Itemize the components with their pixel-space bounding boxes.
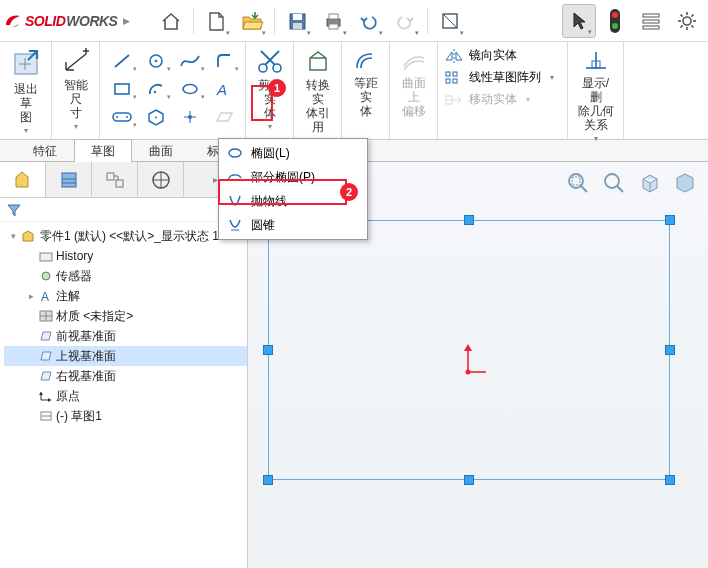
plane-handle[interactable]	[464, 475, 474, 485]
tab-sketch[interactable]: 草图	[74, 139, 132, 162]
tab-features[interactable]: 特征	[16, 139, 74, 162]
svg-point-27	[153, 91, 155, 93]
settings-gear-button[interactable]	[670, 4, 704, 38]
svg-rect-1	[293, 14, 302, 20]
fillet-tool[interactable]: ▾	[208, 48, 240, 74]
line-tool[interactable]: ▾	[106, 48, 138, 74]
new-button[interactable]: ▾	[199, 4, 233, 38]
svg-point-31	[116, 116, 118, 118]
offset-button[interactable]: 等距实 体	[346, 46, 385, 120]
select-tool-button[interactable]: ▾	[562, 4, 596, 38]
onsurface-offset-button: 曲面上 偏移	[394, 46, 433, 120]
app-menu-caret-icon[interactable]: ▶	[123, 16, 130, 26]
svg-rect-42	[446, 79, 450, 83]
plane-handle[interactable]	[665, 215, 675, 225]
svg-point-8	[612, 12, 618, 18]
svg-rect-10	[643, 14, 659, 17]
callout-badge-2: 2	[340, 183, 358, 201]
ds-logo-icon	[4, 12, 22, 30]
svg-point-66	[569, 174, 583, 188]
view-orient-icon[interactable]	[634, 168, 666, 196]
plane-handle[interactable]	[263, 345, 273, 355]
ellipse-tool[interactable]: ▾	[174, 76, 206, 102]
circle-tool[interactable]: ▾	[140, 48, 172, 74]
app-logo: SOLID WORKS	[4, 12, 117, 30]
arc-tool[interactable]: ▾	[140, 76, 172, 102]
point-tool[interactable]	[174, 104, 206, 130]
convert-button[interactable]: 转换实 体引用▾	[298, 46, 337, 147]
open-button[interactable]: ▾	[235, 4, 269, 38]
tree-history[interactable]: History	[4, 246, 247, 266]
fm-tab-property[interactable]	[46, 162, 92, 197]
ribbon: 退出草 图 ▾ 智能尺 寸 ▾ ▾ ▾ ▾ ▾ ▾ ▾ ▾ A ▾ 剪裁实 体	[0, 42, 708, 140]
svg-point-28	[183, 85, 197, 94]
show-relations-button[interactable]: 显示/删 除几何 关系▾	[572, 46, 619, 145]
print-button[interactable]: ▾	[316, 4, 350, 38]
svg-point-25	[154, 60, 157, 63]
quick-access-toolbar: ▾ ▾ ▾ ▾ ▾ ▾ ▾	[154, 4, 467, 38]
zoom-area-icon[interactable]	[598, 168, 630, 196]
tree-material[interactable]: 材质 <未指定>	[4, 306, 247, 326]
svg-rect-52	[116, 180, 123, 187]
filter-icon[interactable]	[6, 202, 22, 218]
svg-text:A: A	[41, 290, 49, 303]
svg-line-23	[115, 55, 129, 67]
menu-ellipse[interactable]: 椭圆(L)	[219, 141, 367, 165]
svg-rect-5	[329, 24, 338, 29]
tree-sensor[interactable]: 传感器	[4, 266, 247, 286]
plane-tool[interactable]	[208, 104, 240, 130]
view-toolbar	[562, 168, 702, 196]
svg-rect-56	[40, 253, 52, 261]
callout-badge-1: 1	[268, 79, 286, 97]
plane-handle[interactable]	[464, 215, 474, 225]
slot-tool[interactable]: ▾	[106, 104, 138, 130]
svg-line-70	[617, 186, 623, 192]
svg-point-9	[612, 23, 618, 29]
svg-point-74	[229, 149, 241, 157]
svg-line-18	[681, 14, 683, 16]
tree-top-plane[interactable]: 上视基准面	[4, 346, 247, 366]
svg-rect-12	[643, 26, 659, 29]
traffic-light-icon[interactable]	[598, 4, 632, 38]
tree-origin[interactable]: 原点	[4, 386, 247, 406]
undo-button[interactable]: ▾	[352, 4, 386, 38]
mirror-button[interactable]: 镜向实体	[440, 46, 565, 65]
sketch-tools-grid: ▾ ▾ ▾ ▾ ▾ ▾ ▾ A ▾	[106, 48, 240, 130]
text-tool[interactable]: A	[208, 76, 240, 102]
options-list-button[interactable]	[634, 4, 668, 38]
polygon-tool[interactable]	[140, 104, 172, 130]
tree-right-plane[interactable]: 右视基准面	[4, 366, 247, 386]
home-button[interactable]	[154, 4, 188, 38]
plane-handle[interactable]	[263, 475, 273, 485]
title-bar: SOLID WORKS ▶ ▾ ▾ ▾ ▾ ▾ ▾ ▾ ▾	[0, 0, 708, 42]
tree-front-plane[interactable]: 前视基准面	[4, 326, 247, 346]
plane-handle[interactable]	[665, 475, 675, 485]
menu-cone[interactable]: 圆锥	[219, 213, 367, 237]
feature-manager-pane: ▸ ▾零件1 (默认) <<默认>_显示状态 1> History 传感器 ▸A…	[0, 162, 248, 568]
fm-tab-config[interactable]	[92, 162, 138, 197]
tree-root[interactable]: ▾零件1 (默认) <<默认>_显示状态 1>	[4, 226, 247, 246]
tab-surface[interactable]: 曲面	[132, 139, 190, 162]
plane-handle[interactable]	[665, 345, 675, 355]
zoom-fit-icon[interactable]	[562, 168, 594, 196]
rectangle-tool[interactable]: ▾	[106, 76, 138, 102]
svg-rect-41	[453, 72, 457, 76]
svg-rect-43	[453, 79, 457, 83]
fm-tab-tree[interactable]	[0, 162, 46, 197]
tree-sketch1[interactable]: (-) 草图1	[4, 406, 247, 426]
svg-point-73	[466, 370, 471, 375]
tree-annot[interactable]: ▸A注解	[4, 286, 247, 306]
display-style-icon[interactable]	[670, 168, 702, 196]
svg-rect-11	[643, 20, 659, 23]
selection-filter-button[interactable]: ▾	[433, 4, 467, 38]
callout-box-2	[218, 179, 347, 205]
save-button[interactable]: ▾	[280, 4, 314, 38]
pattern-button[interactable]: 线性草图阵列▾	[440, 68, 565, 87]
redo-button[interactable]: ▾	[388, 4, 422, 38]
smart-dimension-button[interactable]: 智能尺 寸 ▾	[56, 46, 95, 133]
svg-point-57	[42, 272, 50, 280]
fm-tab-dim[interactable]	[138, 162, 184, 197]
svg-rect-2	[293, 23, 302, 29]
spline-tool[interactable]: ▾	[174, 48, 206, 74]
exit-sketch-button[interactable]: 退出草 图 ▾	[4, 46, 47, 137]
